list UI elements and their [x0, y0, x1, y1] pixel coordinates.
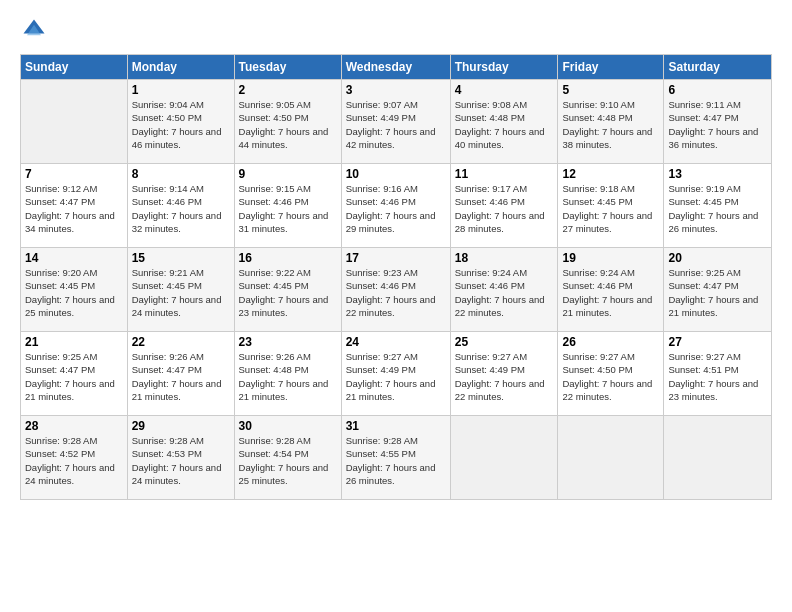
- day-info: Sunrise: 9:18 AMSunset: 4:45 PMDaylight:…: [562, 182, 659, 235]
- day-number: 19: [562, 251, 659, 265]
- day-number: 13: [668, 167, 767, 181]
- header-cell-friday: Friday: [558, 55, 664, 80]
- day-cell: 21Sunrise: 9:25 AMSunset: 4:47 PMDayligh…: [21, 332, 128, 416]
- header-cell-sunday: Sunday: [21, 55, 128, 80]
- day-number: 15: [132, 251, 230, 265]
- day-number: 16: [239, 251, 337, 265]
- day-info: Sunrise: 9:08 AMSunset: 4:48 PMDaylight:…: [455, 98, 554, 151]
- day-cell: 22Sunrise: 9:26 AMSunset: 4:47 PMDayligh…: [127, 332, 234, 416]
- day-cell: [558, 416, 664, 500]
- week-row-2: 7Sunrise: 9:12 AMSunset: 4:47 PMDaylight…: [21, 164, 772, 248]
- day-number: 7: [25, 167, 123, 181]
- day-info: Sunrise: 9:24 AMSunset: 4:46 PMDaylight:…: [562, 266, 659, 319]
- day-cell: 13Sunrise: 9:19 AMSunset: 4:45 PMDayligh…: [664, 164, 772, 248]
- day-info: Sunrise: 9:25 AMSunset: 4:47 PMDaylight:…: [668, 266, 767, 319]
- day-cell: [664, 416, 772, 500]
- day-info: Sunrise: 9:21 AMSunset: 4:45 PMDaylight:…: [132, 266, 230, 319]
- day-info: Sunrise: 9:20 AMSunset: 4:45 PMDaylight:…: [25, 266, 123, 319]
- day-cell: 7Sunrise: 9:12 AMSunset: 4:47 PMDaylight…: [21, 164, 128, 248]
- day-info: Sunrise: 9:24 AMSunset: 4:46 PMDaylight:…: [455, 266, 554, 319]
- day-number: 23: [239, 335, 337, 349]
- week-row-4: 21Sunrise: 9:25 AMSunset: 4:47 PMDayligh…: [21, 332, 772, 416]
- logo: [20, 16, 52, 44]
- day-number: 14: [25, 251, 123, 265]
- day-cell: 15Sunrise: 9:21 AMSunset: 4:45 PMDayligh…: [127, 248, 234, 332]
- day-number: 11: [455, 167, 554, 181]
- day-info: Sunrise: 9:10 AMSunset: 4:48 PMDaylight:…: [562, 98, 659, 151]
- day-cell: 12Sunrise: 9:18 AMSunset: 4:45 PMDayligh…: [558, 164, 664, 248]
- day-cell: 27Sunrise: 9:27 AMSunset: 4:51 PMDayligh…: [664, 332, 772, 416]
- day-info: Sunrise: 9:28 AMSunset: 4:52 PMDaylight:…: [25, 434, 123, 487]
- day-number: 30: [239, 419, 337, 433]
- day-info: Sunrise: 9:07 AMSunset: 4:49 PMDaylight:…: [346, 98, 446, 151]
- day-number: 22: [132, 335, 230, 349]
- day-info: Sunrise: 9:22 AMSunset: 4:45 PMDaylight:…: [239, 266, 337, 319]
- day-cell: 16Sunrise: 9:22 AMSunset: 4:45 PMDayligh…: [234, 248, 341, 332]
- day-info: Sunrise: 9:19 AMSunset: 4:45 PMDaylight:…: [668, 182, 767, 235]
- day-cell: [21, 80, 128, 164]
- day-cell: 25Sunrise: 9:27 AMSunset: 4:49 PMDayligh…: [450, 332, 558, 416]
- day-cell: 9Sunrise: 9:15 AMSunset: 4:46 PMDaylight…: [234, 164, 341, 248]
- header-cell-wednesday: Wednesday: [341, 55, 450, 80]
- day-number: 27: [668, 335, 767, 349]
- day-info: Sunrise: 9:05 AMSunset: 4:50 PMDaylight:…: [239, 98, 337, 151]
- day-cell: 5Sunrise: 9:10 AMSunset: 4:48 PMDaylight…: [558, 80, 664, 164]
- day-info: Sunrise: 9:26 AMSunset: 4:47 PMDaylight:…: [132, 350, 230, 403]
- day-cell: 18Sunrise: 9:24 AMSunset: 4:46 PMDayligh…: [450, 248, 558, 332]
- day-info: Sunrise: 9:14 AMSunset: 4:46 PMDaylight:…: [132, 182, 230, 235]
- calendar-header: SundayMondayTuesdayWednesdayThursdayFrid…: [21, 55, 772, 80]
- day-info: Sunrise: 9:28 AMSunset: 4:54 PMDaylight:…: [239, 434, 337, 487]
- day-number: 4: [455, 83, 554, 97]
- day-number: 26: [562, 335, 659, 349]
- day-number: 9: [239, 167, 337, 181]
- day-info: Sunrise: 9:27 AMSunset: 4:49 PMDaylight:…: [455, 350, 554, 403]
- day-number: 24: [346, 335, 446, 349]
- day-cell: 19Sunrise: 9:24 AMSunset: 4:46 PMDayligh…: [558, 248, 664, 332]
- day-number: 29: [132, 419, 230, 433]
- day-cell: 4Sunrise: 9:08 AMSunset: 4:48 PMDaylight…: [450, 80, 558, 164]
- day-cell: 29Sunrise: 9:28 AMSunset: 4:53 PMDayligh…: [127, 416, 234, 500]
- day-info: Sunrise: 9:27 AMSunset: 4:50 PMDaylight:…: [562, 350, 659, 403]
- day-info: Sunrise: 9:17 AMSunset: 4:46 PMDaylight:…: [455, 182, 554, 235]
- day-number: 1: [132, 83, 230, 97]
- day-cell: 1Sunrise: 9:04 AMSunset: 4:50 PMDaylight…: [127, 80, 234, 164]
- day-number: 25: [455, 335, 554, 349]
- day-number: 28: [25, 419, 123, 433]
- day-cell: 8Sunrise: 9:14 AMSunset: 4:46 PMDaylight…: [127, 164, 234, 248]
- week-row-1: 1Sunrise: 9:04 AMSunset: 4:50 PMDaylight…: [21, 80, 772, 164]
- calendar-body: 1Sunrise: 9:04 AMSunset: 4:50 PMDaylight…: [21, 80, 772, 500]
- day-info: Sunrise: 9:27 AMSunset: 4:49 PMDaylight:…: [346, 350, 446, 403]
- page: SundayMondayTuesdayWednesdayThursdayFrid…: [0, 0, 792, 612]
- day-cell: 30Sunrise: 9:28 AMSunset: 4:54 PMDayligh…: [234, 416, 341, 500]
- day-number: 31: [346, 419, 446, 433]
- day-number: 8: [132, 167, 230, 181]
- day-cell: 3Sunrise: 9:07 AMSunset: 4:49 PMDaylight…: [341, 80, 450, 164]
- day-cell: 31Sunrise: 9:28 AMSunset: 4:55 PMDayligh…: [341, 416, 450, 500]
- day-cell: 6Sunrise: 9:11 AMSunset: 4:47 PMDaylight…: [664, 80, 772, 164]
- day-number: 10: [346, 167, 446, 181]
- calendar-table: SundayMondayTuesdayWednesdayThursdayFrid…: [20, 54, 772, 500]
- day-number: 17: [346, 251, 446, 265]
- header-cell-monday: Monday: [127, 55, 234, 80]
- day-info: Sunrise: 9:23 AMSunset: 4:46 PMDaylight:…: [346, 266, 446, 319]
- day-cell: 2Sunrise: 9:05 AMSunset: 4:50 PMDaylight…: [234, 80, 341, 164]
- header-cell-tuesday: Tuesday: [234, 55, 341, 80]
- day-cell: [450, 416, 558, 500]
- day-info: Sunrise: 9:11 AMSunset: 4:47 PMDaylight:…: [668, 98, 767, 151]
- day-info: Sunrise: 9:04 AMSunset: 4:50 PMDaylight:…: [132, 98, 230, 151]
- day-number: 20: [668, 251, 767, 265]
- header-cell-thursday: Thursday: [450, 55, 558, 80]
- day-cell: 20Sunrise: 9:25 AMSunset: 4:47 PMDayligh…: [664, 248, 772, 332]
- day-cell: 14Sunrise: 9:20 AMSunset: 4:45 PMDayligh…: [21, 248, 128, 332]
- day-info: Sunrise: 9:26 AMSunset: 4:48 PMDaylight:…: [239, 350, 337, 403]
- week-row-3: 14Sunrise: 9:20 AMSunset: 4:45 PMDayligh…: [21, 248, 772, 332]
- day-cell: 10Sunrise: 9:16 AMSunset: 4:46 PMDayligh…: [341, 164, 450, 248]
- day-cell: 17Sunrise: 9:23 AMSunset: 4:46 PMDayligh…: [341, 248, 450, 332]
- header-cell-saturday: Saturday: [664, 55, 772, 80]
- day-number: 3: [346, 83, 446, 97]
- day-info: Sunrise: 9:28 AMSunset: 4:53 PMDaylight:…: [132, 434, 230, 487]
- day-cell: 26Sunrise: 9:27 AMSunset: 4:50 PMDayligh…: [558, 332, 664, 416]
- day-number: 5: [562, 83, 659, 97]
- day-info: Sunrise: 9:27 AMSunset: 4:51 PMDaylight:…: [668, 350, 767, 403]
- day-cell: 23Sunrise: 9:26 AMSunset: 4:48 PMDayligh…: [234, 332, 341, 416]
